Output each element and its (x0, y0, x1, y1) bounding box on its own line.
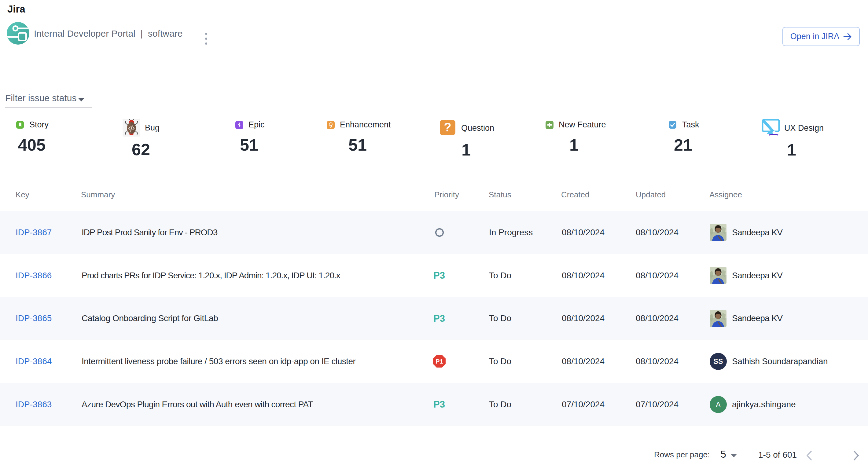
svg-text:?: ? (444, 120, 451, 134)
svg-text:P1: P1 (436, 358, 443, 365)
